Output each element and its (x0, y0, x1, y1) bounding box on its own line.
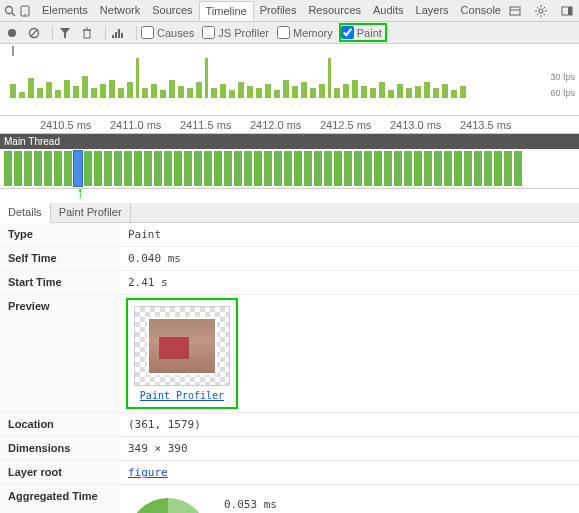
main-thread-header: Main Thread (0, 134, 579, 149)
timeline-toolbar: Causes JS Profiler Memory Paint (0, 22, 579, 44)
ruler-tick: 2413.0 ms (390, 119, 460, 131)
paint-checkbox[interactable]: Paint (341, 25, 385, 40)
svg-rect-26 (118, 29, 120, 38)
svg-rect-25 (115, 32, 117, 38)
selftime-value: 0.040 ms (120, 247, 579, 271)
search-icon[interactable] (4, 3, 16, 19)
location-label: Location (0, 413, 120, 437)
svg-rect-4 (510, 7, 520, 15)
overview-bars (0, 58, 579, 98)
dimensions-value: 349 × 390 (120, 437, 579, 461)
svg-rect-21 (84, 30, 90, 38)
tab-sources[interactable]: Sources (146, 1, 198, 20)
ruler-tick: 2410.5 ms (40, 119, 110, 131)
svg-rect-16 (568, 7, 572, 15)
preview-label: Preview (0, 295, 120, 413)
memory-checkbox[interactable]: Memory (277, 26, 333, 39)
ruler-tick: 2413.5 ms (460, 119, 530, 131)
view-mode-button[interactable] (110, 25, 126, 41)
details-panel: Type Paint Self Time 0.040 ms Start Time… (0, 223, 579, 513)
tab-timeline[interactable]: Timeline (199, 1, 254, 21)
paint-label: Paint (357, 27, 382, 39)
dock-icon[interactable] (559, 3, 575, 19)
filter-button[interactable] (57, 25, 73, 41)
clear-button[interactable] (26, 25, 42, 41)
tab-paint-profiler[interactable]: Paint Profiler (51, 203, 131, 222)
tab-resources[interactable]: Resources (302, 1, 367, 20)
svg-line-1 (12, 13, 15, 16)
agg-total: 0.053 ms (224, 498, 379, 511)
gear-icon[interactable] (533, 3, 549, 19)
tab-layers[interactable]: Layers (410, 1, 455, 20)
marker (12, 46, 14, 56)
svg-point-17 (8, 29, 16, 37)
dimensions-label: Dimensions (0, 437, 120, 461)
svg-point-6 (539, 9, 543, 13)
aggtime-cell: 0.053 ms 0.040 ms Painting (Self) 0.013 … (120, 485, 579, 513)
svg-line-14 (537, 13, 539, 15)
preview-cell: Paint Profiler (120, 295, 579, 413)
tab-audits[interactable]: Audits (367, 1, 410, 20)
svg-point-0 (6, 6, 13, 13)
drawer-icon[interactable] (507, 3, 523, 19)
panel-tabs: Elements Network Sources Timeline Profil… (36, 1, 507, 20)
paint-profiler-link[interactable]: Paint Profiler (134, 390, 230, 401)
separator (52, 26, 53, 40)
arrow-up-icon: ↑ (76, 184, 84, 202)
device-icon[interactable] (20, 3, 30, 19)
layerroot-label: Layer root (0, 461, 120, 485)
jsprofiler-checkbox[interactable]: JS Profiler (202, 26, 269, 39)
starttime-label: Start Time (0, 271, 120, 295)
causes-checkbox[interactable]: Causes (141, 26, 194, 39)
separator (105, 26, 106, 40)
svg-line-12 (543, 13, 545, 15)
ruler-tick: 2411.5 ms (180, 119, 250, 131)
preview-image (147, 317, 217, 375)
svg-line-11 (537, 7, 539, 9)
type-value: Paint (120, 223, 579, 247)
devtools-topbar: Elements Network Sources Timeline Profil… (0, 0, 579, 22)
causes-label: Causes (157, 27, 194, 39)
separator (136, 26, 137, 40)
ruler-tick: 2412.0 ms (250, 119, 320, 131)
ruler-tick: 2411.0 ms (110, 119, 180, 131)
svg-rect-24 (112, 35, 114, 38)
tab-profiles[interactable]: Profiles (254, 1, 303, 20)
memory-label: Memory (293, 27, 333, 39)
svg-rect-27 (121, 33, 123, 38)
tab-console[interactable]: Console (455, 1, 507, 20)
aggtime-label: Aggregated Time (0, 485, 120, 513)
starttime-value: 2.41 s (120, 271, 579, 295)
selected-event[interactable] (74, 151, 82, 186)
tab-elements[interactable]: Elements (36, 1, 94, 20)
tab-details[interactable]: Details (0, 203, 51, 223)
preview-thumbnail (134, 306, 230, 386)
ruler-tick: 2412.5 ms (320, 119, 390, 131)
aggregated-pie-chart (128, 498, 208, 513)
record-button[interactable] (4, 25, 20, 41)
svg-point-3 (24, 13, 25, 14)
jsprofiler-label: JS Profiler (218, 27, 269, 39)
selftime-label: Self Time (0, 247, 120, 271)
garbage-button[interactable] (79, 25, 95, 41)
overview-chart[interactable]: 30 fps 60 fps (0, 44, 579, 116)
preview-highlight: Paint Profiler (128, 300, 236, 407)
layerroot-value[interactable]: figure (120, 461, 579, 485)
type-label: Type (0, 223, 120, 247)
details-tabs: Details Paint Profiler (0, 203, 579, 223)
time-ruler: 2410.5 ms 2411.0 ms 2411.5 ms 2412.0 ms … (0, 116, 579, 134)
svg-marker-20 (60, 28, 70, 38)
svg-line-19 (31, 30, 37, 36)
tab-network[interactable]: Network (94, 1, 146, 20)
location-value: (361, 1579) (120, 413, 579, 437)
main-thread-track[interactable]: ↑ (0, 149, 579, 189)
svg-line-13 (543, 7, 545, 9)
